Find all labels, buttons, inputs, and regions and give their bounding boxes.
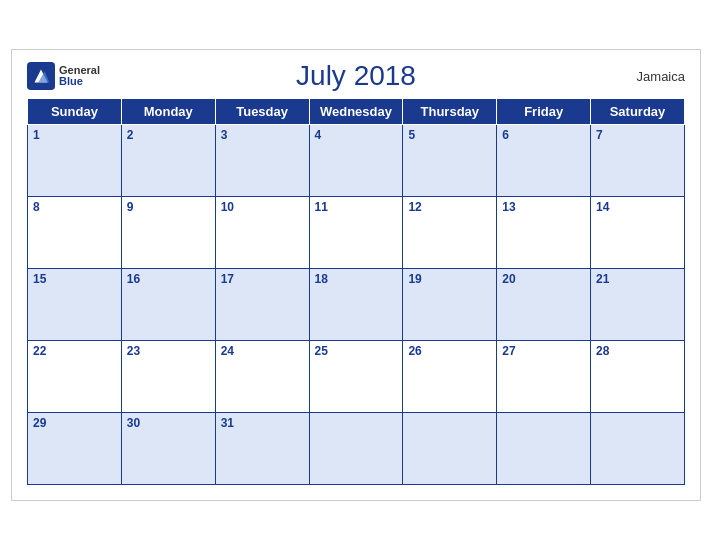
day-number: 14 — [596, 200, 609, 214]
calendar-day-cell: 10 — [215, 197, 309, 269]
calendar-day-cell: 15 — [28, 269, 122, 341]
logo-text: General Blue — [59, 65, 100, 87]
day-number: 31 — [221, 416, 234, 430]
calendar-container: General Blue July 2018 Jamaica Sunday Mo… — [11, 49, 701, 501]
day-number: 19 — [408, 272, 421, 286]
day-number: 4 — [315, 128, 322, 142]
day-number: 30 — [127, 416, 140, 430]
day-number: 29 — [33, 416, 46, 430]
day-number: 18 — [315, 272, 328, 286]
calendar-day-cell: 11 — [309, 197, 403, 269]
calendar-day-cell: 26 — [403, 341, 497, 413]
day-number: 3 — [221, 128, 228, 142]
day-number: 20 — [502, 272, 515, 286]
logo-area: General Blue — [27, 62, 100, 90]
day-number: 2 — [127, 128, 134, 142]
calendar-day-cell: 25 — [309, 341, 403, 413]
calendar-day-cell: 14 — [591, 197, 685, 269]
day-number: 10 — [221, 200, 234, 214]
calendar-week-row: 293031 — [28, 413, 685, 485]
calendar-day-cell: 21 — [591, 269, 685, 341]
day-number: 21 — [596, 272, 609, 286]
calendar-day-cell: 9 — [121, 197, 215, 269]
header-friday: Friday — [497, 99, 591, 125]
calendar-day-cell: 4 — [309, 125, 403, 197]
day-number: 22 — [33, 344, 46, 358]
calendar-day-cell: 1 — [28, 125, 122, 197]
calendar-day-cell: 29 — [28, 413, 122, 485]
day-number: 23 — [127, 344, 140, 358]
calendar-day-cell: 13 — [497, 197, 591, 269]
calendar-header: General Blue July 2018 Jamaica — [27, 60, 685, 92]
day-number: 26 — [408, 344, 421, 358]
calendar-day-cell — [591, 413, 685, 485]
calendar-day-cell — [497, 413, 591, 485]
day-number: 17 — [221, 272, 234, 286]
day-number: 28 — [596, 344, 609, 358]
day-number: 15 — [33, 272, 46, 286]
day-number: 7 — [596, 128, 603, 142]
calendar-day-cell: 5 — [403, 125, 497, 197]
calendar-day-cell — [309, 413, 403, 485]
calendar-day-cell: 20 — [497, 269, 591, 341]
day-number: 11 — [315, 200, 328, 214]
calendar-day-cell: 2 — [121, 125, 215, 197]
calendar-day-cell: 3 — [215, 125, 309, 197]
calendar-day-cell: 31 — [215, 413, 309, 485]
day-number: 12 — [408, 200, 421, 214]
day-number: 6 — [502, 128, 509, 142]
calendar-day-cell: 19 — [403, 269, 497, 341]
calendar-day-cell: 24 — [215, 341, 309, 413]
calendar-day-cell: 8 — [28, 197, 122, 269]
calendar-day-cell: 23 — [121, 341, 215, 413]
calendar-title: July 2018 — [296, 60, 416, 92]
calendar-day-cell — [403, 413, 497, 485]
header-saturday: Saturday — [591, 99, 685, 125]
calendar-table: Sunday Monday Tuesday Wednesday Thursday… — [27, 98, 685, 485]
calendar-day-cell: 28 — [591, 341, 685, 413]
calendar-day-cell: 30 — [121, 413, 215, 485]
calendar-day-cell: 17 — [215, 269, 309, 341]
header-tuesday: Tuesday — [215, 99, 309, 125]
weekday-header-row: Sunday Monday Tuesday Wednesday Thursday… — [28, 99, 685, 125]
calendar-week-row: 1234567 — [28, 125, 685, 197]
calendar-day-cell: 16 — [121, 269, 215, 341]
country-label: Jamaica — [637, 69, 685, 84]
calendar-day-cell: 12 — [403, 197, 497, 269]
logo-blue: Blue — [59, 76, 100, 87]
header-wednesday: Wednesday — [309, 99, 403, 125]
day-number: 25 — [315, 344, 328, 358]
day-number: 13 — [502, 200, 515, 214]
calendar-day-cell: 22 — [28, 341, 122, 413]
day-number: 5 — [408, 128, 415, 142]
day-number: 1 — [33, 128, 40, 142]
day-number: 16 — [127, 272, 140, 286]
calendar-week-row: 22232425262728 — [28, 341, 685, 413]
logo-icon — [27, 62, 55, 90]
day-number: 27 — [502, 344, 515, 358]
day-number: 9 — [127, 200, 134, 214]
day-number: 8 — [33, 200, 40, 214]
calendar-day-cell: 27 — [497, 341, 591, 413]
calendar-body: 1234567891011121314151617181920212223242… — [28, 125, 685, 485]
header-sunday: Sunday — [28, 99, 122, 125]
calendar-week-row: 891011121314 — [28, 197, 685, 269]
calendar-day-cell: 7 — [591, 125, 685, 197]
header-monday: Monday — [121, 99, 215, 125]
calendar-day-cell: 18 — [309, 269, 403, 341]
header-thursday: Thursday — [403, 99, 497, 125]
day-number: 24 — [221, 344, 234, 358]
calendar-week-row: 15161718192021 — [28, 269, 685, 341]
calendar-day-cell: 6 — [497, 125, 591, 197]
